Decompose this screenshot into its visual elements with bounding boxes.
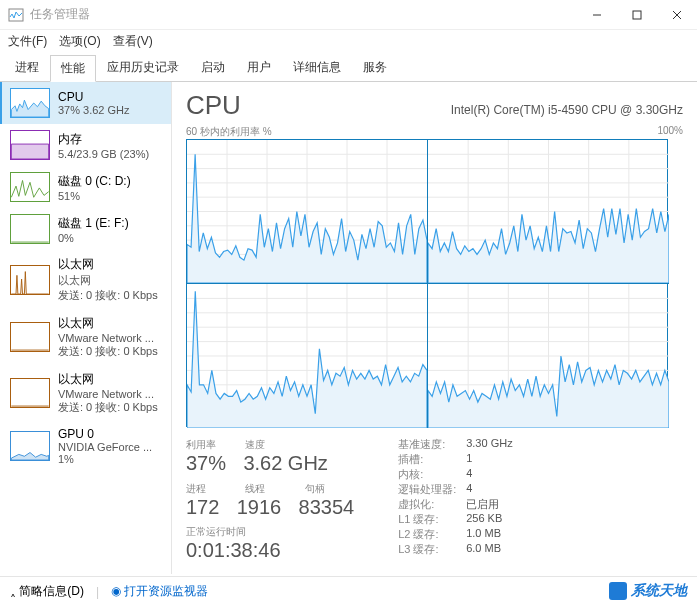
detail-row-6: L2 缓存:1.0 MB (398, 527, 512, 542)
monitor-icon: ◉ (111, 584, 121, 598)
thumbnail-icon (10, 265, 50, 295)
detail-value: 1.0 MB (466, 527, 501, 542)
tab-0[interactable]: 进程 (4, 54, 50, 81)
chevron-down-icon: ˅ (10, 584, 16, 598)
thumbnail-icon (10, 378, 50, 408)
sidebar-item-sub2: 发送: 0 接收: 0 Kbps (58, 400, 163, 415)
speed-label: 速度 (245, 438, 265, 452)
sidebar-item-title: 内存 (58, 131, 163, 148)
detail-row-1: 插槽:1 (398, 452, 512, 467)
detail-value: 3.30 GHz (466, 437, 512, 452)
detail-value: 4 (466, 482, 472, 497)
detail-row-3: 逻辑处理器:4 (398, 482, 512, 497)
open-resource-monitor[interactable]: ◉ 打开资源监视器 (111, 583, 208, 600)
tab-3[interactable]: 启动 (190, 54, 236, 81)
sidebar-item-7[interactable]: GPU 0NVIDIA GeForce ...1% (0, 421, 171, 471)
chart-panel-3 (428, 284, 669, 428)
menu-bar: 文件(F) 选项(O) 查看(V) (0, 30, 697, 52)
thumbnail-icon (10, 322, 50, 352)
detail-value: 已启用 (466, 497, 499, 512)
chart-panel-2 (187, 284, 428, 428)
cpu-chart[interactable] (186, 139, 668, 427)
tab-1[interactable]: 性能 (50, 55, 96, 82)
detail-value: 1 (466, 452, 472, 467)
cpu-details: 基准速度:3.30 GHz插槽:1内核:4逻辑处理器:4虚拟化:已启用L1 缓存… (398, 437, 512, 568)
detail-row-7: L3 缓存:6.0 MB (398, 542, 512, 557)
detail-label: L2 缓存: (398, 527, 466, 542)
menu-options[interactable]: 选项(O) (59, 33, 100, 50)
thumbnail-icon (10, 130, 50, 160)
chart-panel-1 (428, 140, 669, 284)
close-button[interactable] (657, 0, 697, 29)
detail-label: 逻辑处理器: (398, 482, 466, 497)
sidebar-item-title: 磁盘 1 (E: F:) (58, 215, 163, 232)
minimize-button[interactable] (577, 0, 617, 29)
tab-5[interactable]: 详细信息 (282, 54, 352, 81)
sidebar-item-5[interactable]: 以太网VMware Network ...发送: 0 接收: 0 Kbps (0, 309, 171, 365)
axis-left-label: 60 秒内的利用率 % (186, 125, 272, 139)
sidebar-item-sub: NVIDIA GeForce ... (58, 441, 163, 453)
detail-row-2: 内核:4 (398, 467, 512, 482)
detail-label: 插槽: (398, 452, 466, 467)
speed-value: 3.62 GHz (243, 452, 327, 475)
sidebar-item-sub: VMware Network ... (58, 388, 163, 400)
sidebar-item-6[interactable]: 以太网VMware Network ...发送: 0 接收: 0 Kbps (0, 365, 171, 421)
detail-row-0: 基准速度:3.30 GHz (398, 437, 512, 452)
sidebar-item-2[interactable]: 磁盘 0 (C: D:)51% (0, 166, 171, 208)
sidebar-item-title: 磁盘 0 (C: D:) (58, 173, 163, 190)
detail-value: 4 (466, 467, 472, 482)
axis-right-label: 100% (657, 125, 683, 139)
tab-6[interactable]: 服务 (352, 54, 398, 81)
sidebar-item-3[interactable]: 磁盘 1 (E: F:)0% (0, 208, 171, 250)
sidebar-item-1[interactable]: 内存5.4/23.9 GB (23%) (0, 124, 171, 166)
detail-row-4: 虚拟化:已启用 (398, 497, 512, 512)
hnd-value: 83354 (299, 496, 355, 519)
cpu-panel: CPU Intel(R) Core(TM) i5-4590 CPU @ 3.30… (172, 82, 697, 574)
thumbnail-icon (10, 431, 50, 461)
sidebar-item-title: 以太网 (58, 315, 163, 332)
sidebar-item-0[interactable]: CPU37% 3.62 GHz (0, 82, 171, 124)
menu-view[interactable]: 查看(V) (113, 33, 153, 50)
sidebar-item-sub: 37% 3.62 GHz (58, 104, 163, 116)
detail-label: 基准速度: (398, 437, 466, 452)
sidebar-item-title: GPU 0 (58, 427, 163, 441)
cpu-heading: CPU (186, 90, 241, 121)
sidebar-item-title: 以太网 (58, 256, 163, 273)
detail-label: 内核: (398, 467, 466, 482)
watermark-logo: 系统天地 (609, 582, 687, 600)
chart-panel-0 (187, 140, 428, 284)
brief-toggle[interactable]: ˅ 简略信息(D) (10, 583, 84, 600)
tab-4[interactable]: 用户 (236, 54, 282, 81)
util-value: 37% (186, 452, 226, 475)
footer: ˅ 简略信息(D) | ◉ 打开资源监视器 (0, 576, 697, 606)
svg-rect-2 (633, 11, 641, 19)
thr-value: 1916 (237, 496, 282, 519)
detail-label: L1 缓存: (398, 512, 466, 527)
tab-strip: 进程性能应用历史记录启动用户详细信息服务 (0, 52, 697, 82)
detail-label: 虚拟化: (398, 497, 466, 512)
detail-value: 256 KB (466, 512, 502, 527)
menu-file[interactable]: 文件(F) (8, 33, 47, 50)
maximize-button[interactable] (617, 0, 657, 29)
sidebar-item-4[interactable]: 以太网以太网发送: 0 接收: 0 Kbps (0, 250, 171, 309)
sidebar-item-sub2: 发送: 0 接收: 0 Kbps (58, 288, 163, 303)
detail-value: 6.0 MB (466, 542, 501, 557)
sidebar-item-sub: 5.4/23.9 GB (23%) (58, 148, 163, 160)
sidebar-item-title: CPU (58, 90, 163, 104)
sidebar-item-sub: 0% (58, 232, 163, 244)
sidebar-item-title: 以太网 (58, 371, 163, 388)
thumbnail-icon (10, 214, 50, 244)
detail-row-5: L1 缓存:256 KB (398, 512, 512, 527)
util-label: 利用率 (186, 438, 242, 452)
uptime-value: 0:01:38:46 (186, 539, 281, 562)
title-bar: 任务管理器 (0, 0, 697, 30)
detail-label: L3 缓存: (398, 542, 466, 557)
sidebar-item-sub2: 发送: 0 接收: 0 Kbps (58, 344, 163, 359)
sidebar-item-sub: 以太网 (58, 273, 163, 288)
window-title: 任务管理器 (30, 6, 577, 23)
proc-label: 进程 (186, 482, 242, 496)
tab-2[interactable]: 应用历史记录 (96, 54, 190, 81)
thumbnail-icon (10, 172, 50, 202)
uptime-label: 正常运行时间 (186, 525, 368, 539)
sidebar-item-sub: VMware Network ... (58, 332, 163, 344)
